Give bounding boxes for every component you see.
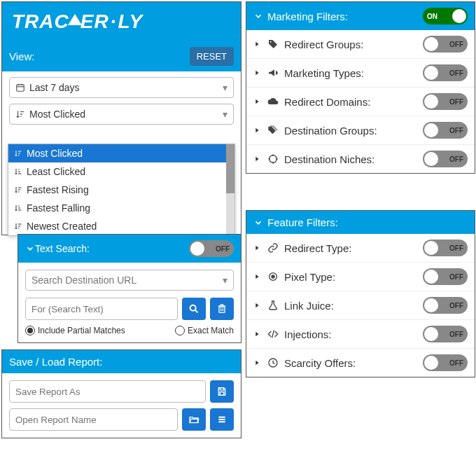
report-list-button[interactable] [210, 408, 234, 431]
svg-marker-44 [255, 71, 258, 76]
filter-toggle[interactable]: OFF [423, 151, 468, 167]
chevron-right-icon [253, 243, 260, 253]
svg-marker-54 [255, 275, 258, 279]
bullhorn-icon [267, 67, 279, 78]
search-input[interactable] [25, 298, 178, 320]
sort-icon [15, 109, 25, 119]
filter-toggle[interactable]: OFF [423, 36, 468, 53]
sort-option[interactable]: Fastest Rising [8, 181, 234, 199]
filter-destination-niches[interactable]: Destination Niches: OFF [246, 144, 475, 173]
chevron-right-icon [253, 68, 260, 78]
text-search-panel: Text Search: OFF Search Destination URL … [18, 234, 241, 343]
sidebar-panel: TRACER·LY View: RESET Last 7 days ▾ Most… [1, 1, 241, 235]
chevron-right-icon [253, 300, 260, 310]
sort-dropdown: Most Clicked Least Clicked Fastest Risin… [8, 144, 235, 236]
marketing-filters-header: Marketing Filters: ON [246, 2, 475, 30]
clock-icon [267, 357, 279, 368]
chevron-right-icon [253, 358, 260, 368]
save-report-button[interactable] [210, 380, 234, 403]
svg-marker-46 [255, 128, 258, 133]
partial-match-radio[interactable]: Include Partial Matches [25, 326, 125, 335]
text-search-toggle[interactable]: OFF [189, 240, 234, 257]
svg-point-48 [270, 155, 277, 163]
chevron-down-icon [25, 244, 35, 254]
date-range-value: Last 7 days [29, 82, 80, 93]
filter-toggle[interactable]: OFF [423, 297, 468, 314]
dropdown-scrollbar[interactable] [226, 144, 234, 235]
filter-toggle[interactable]: OFF [423, 240, 468, 256]
search-button[interactable] [182, 298, 206, 320]
open-report-button[interactable] [182, 408, 206, 431]
brand-logo: TRACER·LY [12, 11, 143, 33]
target-icon [267, 271, 279, 282]
tag-icon [267, 39, 279, 50]
tags-icon [267, 125, 279, 136]
exact-match-radio[interactable]: Exact Match [175, 326, 234, 335]
svg-point-28 [190, 305, 196, 311]
caret-down-icon: ▾ [223, 82, 227, 93]
chevron-right-icon [253, 97, 260, 106]
chevron-right-icon [253, 125, 260, 135]
view-label: View: [9, 50, 34, 62]
svg-marker-53 [255, 246, 258, 251]
code-icon [267, 328, 279, 340]
save-load-panel: Save / Load Report: [1, 349, 241, 438]
filter-injections[interactable]: Injections: OFF [246, 319, 475, 348]
svg-rect-37 [220, 388, 223, 390]
svg-marker-60 [255, 361, 258, 366]
filter-toggle[interactable]: OFF [423, 64, 468, 81]
filter-scarcity-offers[interactable]: Scarcity Offers: OFF [246, 348, 475, 377]
svg-line-59 [272, 331, 274, 338]
marketing-filters-panel: Marketing Filters: ON Redirect Groups: O… [246, 1, 475, 174]
link-icon [267, 242, 279, 254]
filter-pixel-type[interactable]: Pixel Type: OFF [246, 262, 475, 291]
up-arrow-icon [68, 14, 82, 25]
date-range-select[interactable]: Last 7 days ▾ [9, 77, 234, 98]
cloud-icon [267, 96, 279, 107]
filter-redirect-groups[interactable]: Redirect Groups: OFF [246, 30, 475, 58]
filter-marketing-types[interactable]: Marketing Types: OFF [246, 58, 475, 87]
sort-select[interactable]: Most Clicked ▾ [9, 104, 234, 125]
text-search-header: Text Search: OFF [18, 235, 241, 263]
filter-toggle[interactable]: OFF [423, 122, 468, 139]
brand-header: TRACER·LY [2, 2, 241, 41]
filter-redirect-type[interactable]: Redirect Type: OFF [246, 234, 475, 262]
chevron-down-icon [253, 11, 263, 21]
open-report-input[interactable] [9, 408, 178, 431]
sort-selected-value: Most Clicked [29, 109, 85, 120]
feature-filters-panel: Feature Filters: Redirect Type: OFF Pixe… [246, 210, 475, 377]
delete-search-button[interactable] [210, 298, 234, 320]
calendar-icon [15, 83, 25, 92]
filter-toggle[interactable]: OFF [423, 93, 468, 110]
filter-toggle[interactable]: OFF [423, 354, 468, 371]
caret-down-icon: ▾ [223, 109, 227, 120]
filter-destination-groups[interactable]: Destination Groups: OFF [246, 116, 475, 144]
svg-marker-42 [255, 42, 258, 47]
svg-point-43 [270, 41, 272, 43]
svg-line-29 [195, 310, 198, 313]
filter-toggle[interactable]: OFF [423, 326, 468, 342]
svg-marker-58 [255, 332, 258, 337]
svg-marker-47 [255, 157, 258, 162]
view-header: View: RESET [2, 41, 241, 71]
save-report-input[interactable] [9, 380, 206, 403]
crosshair-icon [267, 153, 279, 165]
search-url-select[interactable]: Search Destination URL ▾ [25, 270, 234, 291]
svg-marker-45 [255, 99, 258, 104]
svg-rect-0 [17, 85, 24, 91]
chevron-right-icon [253, 154, 260, 164]
reset-button[interactable]: RESET [190, 47, 234, 66]
flask-icon [267, 300, 279, 311]
filter-toggle[interactable]: OFF [423, 268, 468, 285]
sort-option[interactable]: Newest Created [8, 217, 234, 235]
caret-down-icon: ▾ [223, 275, 227, 286]
filter-redirect-domains[interactable]: Redirect Domains: OFF [246, 87, 475, 116]
svg-rect-38 [220, 392, 223, 396]
sort-option[interactable]: Least Clicked [8, 162, 234, 181]
sort-option[interactable]: Fastest Falling [8, 199, 234, 217]
marketing-master-toggle[interactable]: ON [423, 8, 468, 25]
filter-link-juice[interactable]: Link Juice: OFF [246, 291, 475, 319]
sort-option[interactable]: Most Clicked [8, 144, 234, 162]
chevron-down-icon [253, 218, 263, 228]
svg-marker-57 [255, 303, 258, 308]
